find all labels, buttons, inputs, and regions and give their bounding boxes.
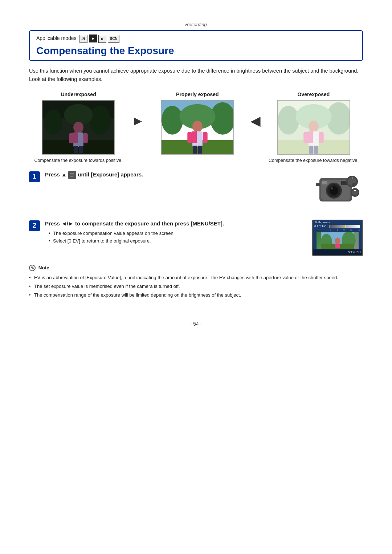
arrow-left-icon: ◀ — [250, 113, 261, 129]
note-title: ✎ Note — [29, 264, 363, 272]
svg-point-49 — [331, 187, 333, 190]
note-bullet-2: The set exposure value is memorised even… — [29, 282, 363, 290]
step-2-text: Press ◄/► to compensate the exposure and… — [45, 220, 300, 228]
preview-photo — [317, 232, 359, 249]
proper-label: Properly exposed — [176, 91, 219, 97]
step-2-number: 2 — [29, 220, 40, 231]
note-icon: ✎ — [29, 265, 36, 271]
svg-rect-65 — [335, 244, 340, 248]
step-2-row: 2 Press ◄/► to compensate the exposure a… — [29, 220, 363, 256]
underexposed-label: Underexposed — [61, 91, 96, 97]
underexposed-photo — [42, 100, 115, 155]
examples-section: Underexposed — [29, 91, 363, 164]
note-bullet-1: EV is an abbreviation of [Exposure Value… — [29, 274, 363, 282]
note-list: EV is an abbreviation of [Exposure Value… — [29, 274, 363, 299]
recording-label: Recording — [29, 22, 363, 27]
camera-svg — [316, 171, 363, 211]
svg-rect-39 — [278, 101, 350, 155]
proper-photo — [161, 100, 234, 155]
svg-rect-21 — [192, 131, 197, 143]
svg-point-64 — [335, 237, 340, 244]
exit-label: Exit — [356, 251, 361, 253]
overexposed-svg — [278, 100, 350, 155]
step-1-text: Press ▲ until [Exposure] appears. — [45, 171, 303, 179]
fn-icon — [68, 171, 76, 179]
title-section: Applicable modes: iA ● ▶ SCN Compensatin… — [29, 30, 363, 61]
svg-point-15 — [162, 106, 183, 135]
step-1-camera-image — [316, 171, 363, 212]
proper-svg — [162, 100, 233, 155]
ia-mode-icon: iA — [79, 35, 87, 43]
arrow-right-icon: ► — [131, 113, 144, 129]
page-title: Compensating the Exposure — [36, 45, 356, 57]
step-2-bullets: The exposure compensation value appears … — [49, 230, 300, 245]
step-2-content: Press ◄/► to compensate the exposure and… — [45, 220, 300, 245]
intro-text: Use this function when you cannot achiev… — [29, 67, 363, 83]
step-2-screen-image: Sr Exposure d ✦ ½ EV -2-10+1+2 — [312, 220, 363, 256]
proper-example: Properly exposed — [148, 91, 247, 155]
svg-rect-23 — [203, 132, 208, 143]
svg-rect-25 — [198, 146, 202, 154]
overexposed-example: Overexposed — [264, 91, 363, 164]
step-1-number: 1 — [29, 171, 40, 182]
overexposed-caption: Compensate the exposure towards negative… — [269, 158, 359, 164]
step-1-row: 1 Press ▲ until [Exposure] appears. — [29, 171, 363, 212]
movie-mode-icon: ▶ — [98, 35, 106, 43]
overexposed-label: Overexposed — [298, 91, 330, 97]
exposure-screen-preview: Sr Exposure d ✦ ½ EV -2-10+1+2 — [312, 220, 363, 256]
svg-rect-24 — [193, 146, 197, 154]
note-bullet-3: The compensation range of the exposure w… — [29, 291, 363, 299]
step-1-content: Press ▲ until [Exposure] appears. — [45, 171, 303, 181]
step-2-bullet-1: The exposure compensation value appears … — [49, 230, 300, 237]
svg-rect-22 — [187, 132, 192, 143]
overexposed-photo — [277, 100, 350, 155]
select-label: Select — [348, 251, 355, 253]
svg-rect-13 — [42, 101, 114, 155]
underexposed-caption: Compensate the exposure towards positive… — [34, 158, 122, 164]
mode-icons: iA ● ▶ SCN — [79, 35, 120, 41]
page-number: - 54 - — [29, 321, 363, 327]
svg-rect-59 — [352, 183, 356, 186]
applicable-label: Applicable modes: — [36, 35, 78, 41]
screen-bottom-bar: Select Exit — [313, 249, 362, 255]
underexposed-svg — [42, 100, 114, 155]
svg-rect-58 — [316, 183, 320, 186]
camera-mode-icon: ● — [89, 34, 97, 42]
steps-section: 1 Press ▲ until [Exposure] appears. — [29, 171, 363, 256]
note-section: ✎ Note EV is an abbreviation of [Exposur… — [29, 264, 363, 299]
svg-point-19 — [192, 121, 203, 133]
underexposed-example: Underexposed — [29, 91, 128, 164]
svg-rect-51 — [322, 181, 327, 184]
svg-point-48 — [330, 186, 338, 195]
step-2-bullet-2: Select [0 EV] to return to the original … — [49, 237, 300, 245]
scn-mode-icon: SCN — [108, 35, 119, 43]
page-content: Recording Applicable modes: iA ● ▶ SCN C… — [0, 0, 392, 356]
